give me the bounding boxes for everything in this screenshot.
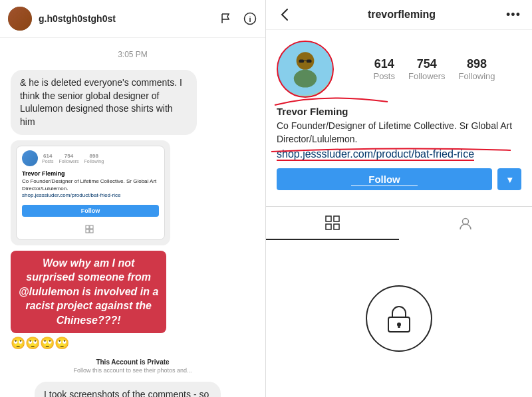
- profile-bio-text: Co Founder/Designer of Lifetime Collecti…: [277, 120, 521, 146]
- svg-rect-8: [299, 60, 304, 63]
- message-with-avatar: I took screenshots of the comments - so …: [11, 382, 255, 397]
- profile-panel: trevorfleming •••: [266, 0, 532, 397]
- follow-button[interactable]: Follow: [277, 168, 492, 190]
- profile-display-name: Trevor Fleming: [277, 106, 521, 117]
- blocked-notice: This Account is Private Follow this acco…: [11, 358, 255, 374]
- svg-point-11: [294, 70, 317, 88]
- posts-stat: 614 Posts: [373, 57, 395, 81]
- svg-rect-12: [326, 216, 331, 221]
- profile-top-row: 614 Posts 754 Followers 898 Following: [277, 41, 521, 98]
- preview-following-stat: 898 Following: [84, 153, 104, 164]
- svg-rect-2: [86, 225, 89, 229]
- profile-info-section: 614 Posts 754 Followers 898 Following Tr…: [266, 30, 532, 201]
- svg-point-16: [463, 219, 469, 225]
- message-bubble-1: & he is deleted everyone's comments. I t…: [11, 70, 197, 135]
- preview-follow-button[interactable]: Follow: [22, 205, 159, 217]
- message-timestamp: 3:05 PM: [11, 50, 255, 59]
- chat-header: g.h0stgh0stgh0st i: [0, 0, 265, 38]
- private-account-section: [266, 240, 532, 397]
- following-count: 898: [459, 57, 495, 71]
- header-icons: i: [219, 11, 257, 26]
- flag-icon[interactable]: [219, 11, 233, 26]
- lock-icon-circle: [366, 285, 432, 352]
- profile-link[interactable]: shop.jesssluder.com/product/bat-fried-ri…: [277, 148, 474, 161]
- profile-preview-card[interactable]: 614 Posts 754 Followers 898 Following: [11, 140, 170, 245]
- preview-stats: 614 Posts 754 Followers 898 Following: [42, 153, 104, 164]
- emoji-row: 🙄🙄🙄🙄: [11, 336, 166, 350]
- svg-rect-14: [326, 224, 331, 229]
- svg-rect-3: [90, 225, 93, 229]
- back-button[interactable]: [277, 7, 293, 23]
- message-bubble-2: I took screenshots of the comments - so …: [35, 382, 221, 397]
- followers-stat: 754 Followers: [408, 57, 446, 81]
- profile-stats-row: 614 Posts 754 Followers 898 Following: [347, 57, 521, 81]
- svg-rect-4: [86, 229, 89, 233]
- preview-followers-stat: 754 Followers: [59, 153, 79, 164]
- preview-grid-tab: [17, 222, 164, 239]
- profile-username: trevorfleming: [298, 9, 505, 21]
- preview-profile-name: Trevor Fleming: [17, 170, 164, 178]
- svg-rect-5: [90, 229, 93, 233]
- tagged-tab[interactable]: [399, 207, 532, 240]
- grid-icon: [325, 215, 340, 231]
- followers-count: 754: [408, 57, 446, 71]
- preview-avatar: [22, 150, 38, 166]
- svg-rect-13: [334, 216, 339, 221]
- svg-rect-15: [334, 224, 339, 229]
- following-label: Following: [459, 71, 495, 81]
- messages-list: 3:05 PM & he is deleted everyone's comme…: [0, 38, 265, 397]
- profile-action-buttons: Follow ▾: [277, 168, 521, 190]
- followers-label: Followers: [408, 71, 446, 81]
- chat-username: g.h0stgh0stgh0st: [39, 13, 212, 24]
- preview-posts-stat: 614 Posts: [42, 153, 54, 164]
- person-tag-icon: [458, 215, 473, 231]
- sticker-message: Wow why am I not surprised someone from …: [11, 251, 166, 350]
- posts-count: 614: [373, 57, 395, 71]
- profile-avatar: [277, 41, 334, 98]
- svg-rect-19: [398, 325, 400, 328]
- following-stat: 898 Following: [459, 57, 495, 81]
- preview-bio: Co Founder/Designer of Lifetime Collecti…: [17, 178, 164, 201]
- grid-tab[interactable]: [266, 207, 399, 240]
- avatar: [8, 7, 32, 31]
- profile-header: trevorfleming •••: [266, 0, 532, 30]
- profile-tab-bar: [266, 206, 532, 240]
- more-options-button[interactable]: •••: [505, 7, 521, 23]
- svg-rect-9: [307, 60, 312, 63]
- profile-bio-section: Trevor Fleming Co Founder/Designer of Li…: [277, 106, 521, 160]
- follow-dropdown-button[interactable]: ▾: [497, 168, 521, 190]
- preview-header: 614 Posts 754 Followers 898 Following: [17, 146, 164, 170]
- info-icon[interactable]: i: [243, 11, 257, 26]
- posts-label: Posts: [373, 71, 395, 81]
- sticker-text-block: Wow why am I not surprised someone from …: [11, 251, 166, 333]
- svg-text:i: i: [249, 15, 251, 23]
- messages-panel: g.h0stgh0stgh0st i 3:05 PM & he is delet…: [0, 0, 266, 397]
